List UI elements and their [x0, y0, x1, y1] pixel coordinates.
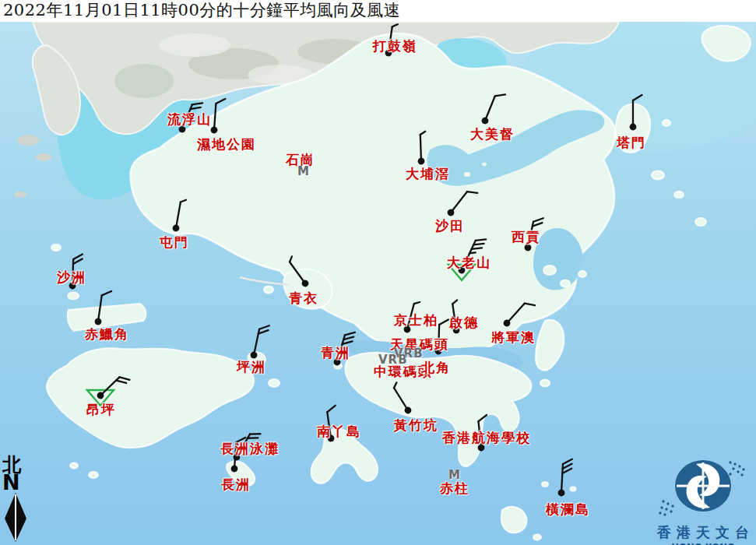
title-bar: 2022年11月01日11時00分的十分鐘平均風向及風速 [0, 0, 756, 22]
hong-kong-map [0, 0, 756, 545]
weather-map-screen: 打鼓嶺流浮山濕地公園石崗M大美督塔門大埔滘沙田西貢大老山屯門沙洲赤鱲角青衣坪洲青… [0, 0, 756, 545]
mirs-bay-islet [674, 192, 684, 198]
po-toi-island [501, 507, 527, 533]
soko-islet [89, 472, 98, 478]
hko-logo-name-en: HONG KONG OBSERVATORY [649, 542, 756, 545]
hko-logo-icon [649, 455, 756, 519]
ma-wan-island [264, 287, 273, 294]
mirs-bay-islet [663, 120, 670, 126]
waglan-islet [542, 482, 548, 487]
map-title: 2022年11月01日11時00分的十分鐘平均風向及風速 [0, 0, 756, 21]
station-dot [630, 124, 637, 131]
soko-islet [70, 463, 78, 469]
compass-north-en: N [2, 473, 33, 492]
compass-needle-icon [2, 492, 30, 543]
sai-kung-islet [561, 280, 570, 287]
tolo-islet [464, 172, 470, 177]
tung-lung-islet [540, 380, 550, 387]
compass: 北 N [2, 455, 33, 545]
sai-kung-islet [578, 271, 586, 277]
sai-kung-islet [543, 265, 556, 275]
sha-chau-island [68, 293, 79, 300]
hko-logo-name-zh: 香港天文台 [649, 523, 756, 542]
hei-ling-chau [269, 379, 280, 387]
tolo-islet [482, 163, 487, 167]
waglan-islet [571, 487, 576, 491]
mirs-bay-islet [695, 218, 706, 226]
mirs-bay-islet [652, 171, 664, 180]
lung-kwu-chau [51, 244, 61, 251]
hko-logo: 香港天文台 HONG KONG OBSERVATORY [649, 455, 756, 545]
po-toi-islet [533, 535, 541, 540]
